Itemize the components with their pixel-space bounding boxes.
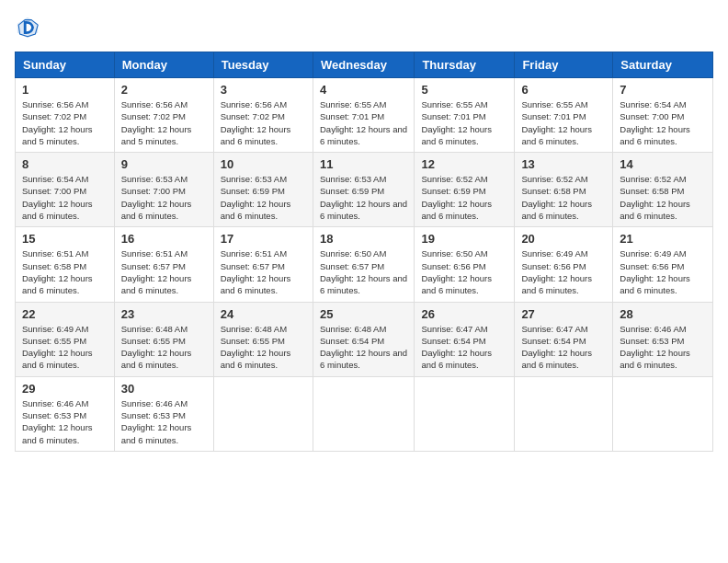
calendar-cell: 15 Sunrise: 6:51 AM Sunset: 6:58 PM Dayl… bbox=[16, 227, 115, 302]
cell-content: Sunrise: 6:55 AM Sunset: 7:01 PM Dayligh… bbox=[320, 98, 407, 147]
page-header bbox=[15, 15, 713, 40]
header-wednesday: Wednesday bbox=[313, 52, 414, 78]
day-number: 28 bbox=[620, 307, 706, 321]
calendar-table: SundayMondayTuesdayWednesdayThursdayFrid… bbox=[15, 52, 713, 452]
week-row-3: 15 Sunrise: 6:51 AM Sunset: 6:58 PM Dayl… bbox=[16, 227, 713, 302]
day-number: 12 bbox=[421, 157, 507, 171]
cell-content: Sunrise: 6:52 AM Sunset: 6:58 PM Dayligh… bbox=[620, 173, 706, 222]
day-number: 25 bbox=[320, 307, 407, 321]
calendar-cell bbox=[415, 376, 515, 451]
day-number: 5 bbox=[421, 83, 507, 97]
calendar-cell: 29 Sunrise: 6:46 AM Sunset: 6:53 PM Dayl… bbox=[16, 376, 115, 451]
logo-icon bbox=[15, 15, 40, 40]
cell-content: Sunrise: 6:56 AM Sunset: 7:02 PM Dayligh… bbox=[22, 98, 108, 147]
calendar-cell: 30 Sunrise: 6:46 AM Sunset: 6:53 PM Dayl… bbox=[114, 376, 213, 451]
cell-content: Sunrise: 6:48 AM Sunset: 6:55 PM Dayligh… bbox=[121, 323, 207, 372]
cell-content: Sunrise: 6:51 AM Sunset: 6:57 PM Dayligh… bbox=[221, 247, 306, 296]
calendar-cell: 6 Sunrise: 6:55 AM Sunset: 7:01 PM Dayli… bbox=[515, 78, 613, 153]
day-number: 21 bbox=[620, 232, 706, 246]
day-number: 19 bbox=[421, 232, 507, 246]
day-number: 15 bbox=[22, 232, 108, 246]
cell-content: Sunrise: 6:46 AM Sunset: 6:53 PM Dayligh… bbox=[22, 397, 108, 446]
cell-content: Sunrise: 6:51 AM Sunset: 6:58 PM Dayligh… bbox=[22, 247, 108, 296]
calendar-cell: 20 Sunrise: 6:49 AM Sunset: 6:56 PM Dayl… bbox=[515, 227, 613, 302]
calendar-cell: 16 Sunrise: 6:51 AM Sunset: 6:57 PM Dayl… bbox=[114, 227, 213, 302]
calendar-cell: 23 Sunrise: 6:48 AM Sunset: 6:55 PM Dayl… bbox=[114, 302, 213, 376]
day-number: 10 bbox=[221, 157, 306, 171]
cell-content: Sunrise: 6:53 AM Sunset: 6:59 PM Dayligh… bbox=[320, 173, 407, 222]
calendar-cell: 22 Sunrise: 6:49 AM Sunset: 6:55 PM Dayl… bbox=[16, 302, 115, 376]
calendar-cell: 17 Sunrise: 6:51 AM Sunset: 6:57 PM Dayl… bbox=[213, 227, 313, 302]
calendar-cell: 5 Sunrise: 6:55 AM Sunset: 7:01 PM Dayli… bbox=[415, 78, 515, 153]
cell-content: Sunrise: 6:52 AM Sunset: 6:58 PM Dayligh… bbox=[521, 173, 606, 222]
day-number: 18 bbox=[320, 232, 407, 246]
day-number: 24 bbox=[221, 307, 306, 321]
calendar-cell: 10 Sunrise: 6:53 AM Sunset: 6:59 PM Dayl… bbox=[213, 153, 313, 227]
header-tuesday: Tuesday bbox=[213, 52, 313, 78]
day-number: 13 bbox=[521, 157, 606, 171]
header-sunday: Sunday bbox=[16, 52, 115, 78]
day-number: 9 bbox=[121, 157, 207, 171]
cell-content: Sunrise: 6:50 AM Sunset: 6:57 PM Dayligh… bbox=[320, 247, 407, 296]
cell-content: Sunrise: 6:56 AM Sunset: 7:02 PM Dayligh… bbox=[221, 98, 306, 147]
week-row-1: 1 Sunrise: 6:56 AM Sunset: 7:02 PM Dayli… bbox=[16, 78, 713, 153]
day-number: 3 bbox=[221, 83, 306, 97]
calendar-cell: 12 Sunrise: 6:52 AM Sunset: 6:59 PM Dayl… bbox=[415, 153, 515, 227]
day-number: 8 bbox=[22, 157, 108, 171]
cell-content: Sunrise: 6:55 AM Sunset: 7:01 PM Dayligh… bbox=[421, 98, 507, 147]
calendar-cell: 21 Sunrise: 6:49 AM Sunset: 6:56 PM Dayl… bbox=[613, 227, 713, 302]
day-number: 6 bbox=[521, 83, 606, 97]
day-number: 2 bbox=[121, 83, 207, 97]
day-number: 14 bbox=[620, 157, 706, 171]
calendar-cell: 4 Sunrise: 6:55 AM Sunset: 7:01 PM Dayli… bbox=[313, 78, 414, 153]
cell-content: Sunrise: 6:53 AM Sunset: 6:59 PM Dayligh… bbox=[221, 173, 306, 222]
day-number: 16 bbox=[121, 232, 207, 246]
calendar-cell bbox=[313, 376, 414, 451]
day-number: 26 bbox=[421, 307, 507, 321]
header-row: SundayMondayTuesdayWednesdayThursdayFrid… bbox=[16, 52, 713, 78]
cell-content: Sunrise: 6:46 AM Sunset: 6:53 PM Dayligh… bbox=[121, 397, 207, 446]
header-thursday: Thursday bbox=[415, 52, 515, 78]
day-number: 17 bbox=[221, 232, 306, 246]
week-row-5: 29 Sunrise: 6:46 AM Sunset: 6:53 PM Dayl… bbox=[16, 376, 713, 451]
cell-content: Sunrise: 6:49 AM Sunset: 6:55 PM Dayligh… bbox=[22, 323, 108, 372]
day-number: 1 bbox=[22, 83, 108, 97]
calendar-cell: 18 Sunrise: 6:50 AM Sunset: 6:57 PM Dayl… bbox=[313, 227, 414, 302]
cell-content: Sunrise: 6:55 AM Sunset: 7:01 PM Dayligh… bbox=[521, 98, 606, 147]
cell-content: Sunrise: 6:48 AM Sunset: 6:55 PM Dayligh… bbox=[221, 323, 306, 372]
calendar-cell bbox=[213, 376, 313, 451]
day-number: 30 bbox=[121, 382, 207, 396]
calendar-cell: 26 Sunrise: 6:47 AM Sunset: 6:54 PM Dayl… bbox=[415, 302, 515, 376]
cell-content: Sunrise: 6:46 AM Sunset: 6:53 PM Dayligh… bbox=[620, 323, 706, 372]
day-number: 23 bbox=[121, 307, 207, 321]
calendar-cell bbox=[515, 376, 613, 451]
cell-content: Sunrise: 6:50 AM Sunset: 6:56 PM Dayligh… bbox=[421, 247, 507, 296]
calendar-cell: 13 Sunrise: 6:52 AM Sunset: 6:58 PM Dayl… bbox=[515, 153, 613, 227]
cell-content: Sunrise: 6:47 AM Sunset: 6:54 PM Dayligh… bbox=[421, 323, 507, 372]
cell-content: Sunrise: 6:52 AM Sunset: 6:59 PM Dayligh… bbox=[421, 173, 507, 222]
cell-content: Sunrise: 6:49 AM Sunset: 6:56 PM Dayligh… bbox=[620, 247, 706, 296]
cell-content: Sunrise: 6:48 AM Sunset: 6:54 PM Dayligh… bbox=[320, 323, 407, 372]
calendar-cell: 11 Sunrise: 6:53 AM Sunset: 6:59 PM Dayl… bbox=[313, 153, 414, 227]
cell-content: Sunrise: 6:53 AM Sunset: 7:00 PM Dayligh… bbox=[121, 173, 207, 222]
cell-content: Sunrise: 6:54 AM Sunset: 7:00 PM Dayligh… bbox=[22, 173, 108, 222]
day-number: 11 bbox=[320, 157, 407, 171]
calendar-cell: 25 Sunrise: 6:48 AM Sunset: 6:54 PM Dayl… bbox=[313, 302, 414, 376]
day-number: 29 bbox=[22, 382, 108, 396]
calendar-cell: 19 Sunrise: 6:50 AM Sunset: 6:56 PM Dayl… bbox=[415, 227, 515, 302]
header-saturday: Saturday bbox=[613, 52, 713, 78]
calendar-cell: 2 Sunrise: 6:56 AM Sunset: 7:02 PM Dayli… bbox=[114, 78, 213, 153]
day-number: 22 bbox=[22, 307, 108, 321]
week-row-2: 8 Sunrise: 6:54 AM Sunset: 7:00 PM Dayli… bbox=[16, 153, 713, 227]
calendar-cell: 7 Sunrise: 6:54 AM Sunset: 7:00 PM Dayli… bbox=[613, 78, 713, 153]
day-number: 27 bbox=[521, 307, 606, 321]
header-friday: Friday bbox=[515, 52, 613, 78]
day-number: 20 bbox=[521, 232, 606, 246]
cell-content: Sunrise: 6:47 AM Sunset: 6:54 PM Dayligh… bbox=[521, 323, 606, 372]
cell-content: Sunrise: 6:49 AM Sunset: 6:56 PM Dayligh… bbox=[521, 247, 606, 296]
logo bbox=[15, 15, 44, 40]
header-monday: Monday bbox=[114, 52, 213, 78]
calendar-cell bbox=[613, 376, 713, 451]
calendar-cell: 24 Sunrise: 6:48 AM Sunset: 6:55 PM Dayl… bbox=[213, 302, 313, 376]
calendar-cell: 8 Sunrise: 6:54 AM Sunset: 7:00 PM Dayli… bbox=[16, 153, 115, 227]
